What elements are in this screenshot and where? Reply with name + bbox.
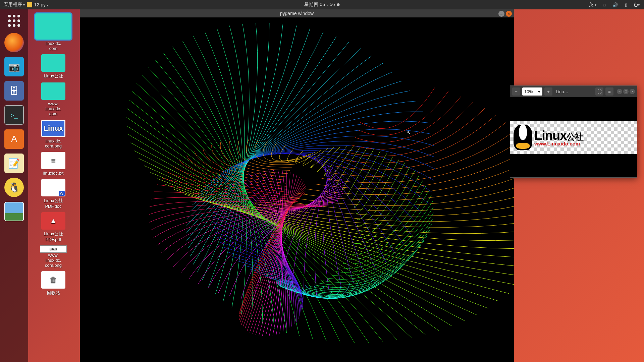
window-controls: – × [498,11,512,17]
menu-button[interactable]: ≡ [605,87,613,96]
close-button[interactable]: × [630,89,635,94]
icon-label: linuxidc.txt [43,171,64,176]
zoom-level-select[interactable]: 10%▾ [522,87,542,96]
text-file-icon: ≡ [41,152,65,169]
icon-label: www. linuxidc. com.png [45,253,62,268]
pygame-canvas[interactable]: ↖ [80,17,514,362]
zoom-in-button[interactable]: + [544,87,552,96]
image-file-icon: Linux [41,120,65,137]
logo-main-text: Linux [534,128,567,142]
launcher-dock: 📷 🗄 >_ A 📝 🐧 [0,9,28,362]
wifi-icon[interactable]: ⩍ [602,2,607,7]
minimize-button[interactable]: – [617,89,622,94]
desktop-folder-linuxidc[interactable]: linuxidc. com [33,13,73,51]
ime-indicator[interactable]: 英 [589,2,596,8]
logo-cn-text: 公社 [567,132,583,142]
apps-grid-button[interactable] [7,13,21,28]
top-panel-center: 星期四 06：56 [304,2,339,8]
icon-label: Linux公社 PDF.pdf [44,231,63,242]
folder-icon [41,82,65,100]
screenshot-app-icon[interactable]: 📷 [4,57,24,76]
power-menu[interactable]: ⏻ [634,2,639,7]
maximize-button[interactable]: □ [623,89,629,94]
desktop-folder-linuxgongshe[interactable]: Linux公社 [33,54,73,79]
pdf-file-icon: ▲ [41,212,65,230]
desktop-icons: linuxidc. com Linux公社 www. linuxidc. com… [32,13,75,296]
desktop-file-png2[interactable]: Linux www. linuxidc. com.png [33,245,73,268]
top-panel-left: 应用程序 12.py [0,2,48,8]
software-center-icon[interactable]: A [4,129,24,149]
image-viewer-icon[interactable] [4,202,24,221]
desktop-folder-www[interactable]: www. linuxidc. com [33,82,73,116]
top-panel-right: 英 ⩍ 🔊 ▯ ⏻ [589,2,644,8]
icon-label: linuxidc. com [46,41,61,51]
generative-art [80,17,514,362]
firefox-icon[interactable] [4,33,24,52]
image-viewer-body[interactable]: Linux公社 www.Linuxido.com [510,97,637,177]
viewer-window-controls: – □ × [617,89,635,94]
applications-menu[interactable]: 应用程序 [3,2,25,8]
battery-icon[interactable]: ▯ [623,2,629,7]
image-file-icon: Linux [40,245,67,253]
pygame-titlebar[interactable]: pygame window – × [80,9,514,17]
fullscreen-button[interactable]: ⛶ [595,87,603,96]
chevron-down-icon: ▾ [538,89,540,94]
desktop-file-doc[interactable]: Linux公社 PDF.doc [33,179,73,209]
icon-label: Linux公社 PDF.doc [44,198,63,209]
displayed-image: Linux公社 www.Linuxido.com [510,121,637,154]
files-app-icon[interactable]: 🗄 [4,81,24,101]
mascot-app-icon[interactable]: 🐧 [4,178,24,197]
icon-label: linuxidc. com.png [45,138,62,148]
active-script-menu[interactable]: 12.py [34,2,48,7]
desktop-trash[interactable]: 🗑 回收站 [33,271,73,296]
folder-icon [41,54,65,72]
desktop-file-txt[interactable]: ≡ linuxidc.txt [33,152,73,176]
volume-icon[interactable]: 🔊 [612,2,618,7]
clock-label[interactable]: 星期四 06：56 [304,2,335,8]
image-viewer-window: − 10%▾ + Linu… ⛶ ≡ – □ × Linux公社 www.Lin… [510,85,637,178]
minimize-button[interactable]: – [498,11,504,17]
zoom-out-button[interactable]: − [512,87,520,96]
image-viewer-toolbar: − 10%▾ + Linu… ⛶ ≡ – □ × [510,86,637,97]
top-panel: 应用程序 12.py 星期四 06：56 英 ⩍ 🔊 ▯ ⏻ [0,0,644,9]
pygame-title-label: pygame window [280,11,314,16]
python-icon [27,2,32,7]
desktop-file-pdf[interactable]: ▲ Linux公社 PDF.pdf [33,212,73,242]
icon-label: www. linuxidc. com [46,101,61,116]
tux-icon [514,125,532,150]
pygame-window: pygame window – × ↖ [80,9,514,362]
logo-url-text: www.Linuxido.com [534,141,583,146]
mouse-cursor-icon: ↖ [407,130,411,136]
trash-icon: 🗑 [41,271,65,289]
viewer-title: Linu… [554,89,593,94]
text-editor-icon[interactable]: 📝 [4,154,24,173]
doc-file-icon [41,179,65,196]
recording-indicator-icon [337,3,340,6]
folder-icon [35,13,71,40]
close-button[interactable]: × [506,11,512,17]
terminal-app-icon[interactable]: >_ [4,105,24,125]
icon-label: Linux公社 [44,73,63,79]
icon-label: 回收站 [47,290,60,296]
zoom-value: 10% [524,89,533,94]
desktop-file-png1[interactable]: Linux linuxidc. com.png [33,120,73,148]
